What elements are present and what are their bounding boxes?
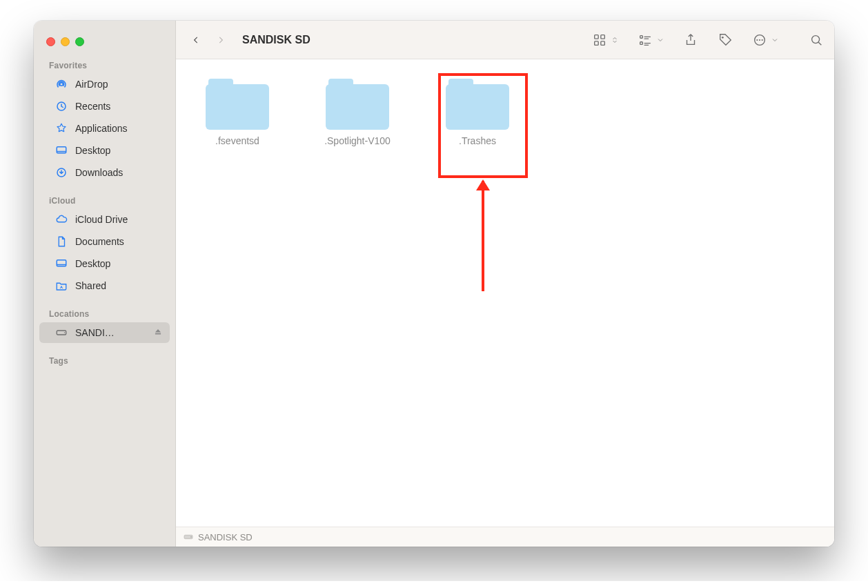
search-icon [809, 32, 824, 48]
svg-point-19 [762, 39, 763, 40]
svg-point-22 [190, 536, 191, 537]
folder-item-spotlight[interactable]: .Spotlight-V100 [313, 79, 402, 146]
sidebar-section-favorites-label: Favorites [34, 48, 175, 73]
search-button[interactable] [808, 32, 825, 48]
icon-view-switch-icon [591, 32, 608, 48]
svg-rect-12 [601, 41, 605, 45]
svg-point-7 [64, 332, 66, 333]
annotation-arrow [482, 181, 484, 291]
maximize-button[interactable] [75, 37, 84, 46]
path-bar-label: SANDISK SD [198, 532, 253, 542]
svg-point-20 [812, 35, 820, 43]
group-by-icon [637, 32, 653, 48]
sidebar-item-label: Desktop [75, 145, 163, 156]
sidebar-item-label: Recents [75, 101, 163, 112]
svg-point-17 [756, 39, 758, 40]
path-bar[interactable]: SANDISK SD [176, 527, 834, 547]
sidebar-item-label: Shared [75, 280, 163, 291]
svg-rect-10 [601, 35, 605, 39]
sidebar-item-downloads[interactable]: Downloads [39, 162, 170, 183]
shared-folder-icon [55, 280, 68, 292]
desktop-icon [55, 144, 68, 157]
chevron-right-icon [216, 34, 226, 46]
share-button[interactable] [682, 32, 699, 48]
sidebar-item-label: AirDrop [75, 79, 163, 90]
applications-icon [55, 122, 68, 135]
sidebar-item-label: Downloads [75, 167, 163, 178]
chevron-down-icon [771, 32, 779, 48]
svg-point-18 [759, 39, 760, 40]
more-actions-icon [751, 32, 768, 48]
desktop-icon [55, 257, 68, 270]
drive-icon [55, 326, 68, 339]
sidebar: Favorites AirDrop Recents Applications D… [34, 21, 176, 547]
tag-button[interactable] [717, 32, 733, 48]
svg-rect-11 [595, 41, 599, 45]
folder-item-fseventsd[interactable]: .fseventsd [193, 79, 282, 146]
folder-icon [206, 79, 269, 130]
folder-icon [326, 79, 389, 130]
folder-label: .fseventsd [215, 135, 259, 146]
sidebar-item-airdrop[interactable]: AirDrop [39, 74, 170, 95]
window-controls [34, 35, 175, 48]
close-button[interactable] [46, 37, 55, 46]
drive-icon [183, 531, 194, 542]
sidebar-item-label: Desktop [75, 258, 163, 269]
sidebar-item-desktop-icloud[interactable]: Desktop [39, 253, 170, 274]
minimize-button[interactable] [61, 37, 70, 46]
svg-rect-8 [155, 333, 161, 334]
airdrop-icon [55, 78, 68, 90]
sidebar-section-icloud-label: iCloud [34, 184, 175, 208]
sidebar-section-tags-label: Tags [34, 344, 175, 369]
svg-point-15 [722, 36, 724, 38]
sidebar-item-desktop[interactable]: Desktop [39, 140, 170, 161]
sidebar-item-label: iCloud Drive [75, 214, 163, 225]
svg-rect-4 [57, 260, 66, 266]
view-mode-switch[interactable] [591, 32, 619, 48]
chevron-left-icon [191, 34, 201, 46]
sidebar-item-documents[interactable]: Documents [39, 231, 170, 252]
document-icon [55, 235, 68, 248]
main-pane: SANDISK SD [176, 21, 834, 547]
sidebar-item-icloud-drive[interactable]: iCloud Drive [39, 209, 170, 230]
window-title: SANDISK SD [242, 34, 310, 46]
svg-rect-13 [640, 35, 643, 38]
sidebar-item-shared[interactable]: Shared [39, 275, 170, 296]
annotation-highlight-box [438, 73, 528, 178]
sidebar-item-label: Documents [75, 236, 163, 247]
sidebar-section-locations-label: Locations [34, 297, 175, 322]
svg-rect-14 [640, 41, 643, 44]
more-actions-dropdown[interactable] [751, 32, 779, 48]
eject-icon[interactable] [153, 327, 163, 339]
updown-chevron-icon [611, 32, 619, 48]
svg-point-0 [60, 83, 63, 86]
svg-rect-9 [595, 35, 599, 39]
toolbar: SANDISK SD [176, 21, 834, 59]
sidebar-item-recents[interactable]: Recents [39, 96, 170, 117]
forward-button[interactable] [210, 30, 231, 50]
sidebar-item-label: Applications [75, 123, 163, 134]
content-area[interactable]: .fseventsd .Spotlight-V100 .Trashes [176, 59, 834, 527]
back-button[interactable] [186, 30, 206, 50]
chevron-down-icon [656, 32, 664, 48]
cloud-icon [55, 213, 68, 226]
clock-icon [55, 100, 68, 112]
group-by-dropdown[interactable] [637, 32, 664, 48]
toolbar-right [591, 32, 825, 48]
tag-icon [718, 32, 733, 48]
finder-window: Favorites AirDrop Recents Applications D… [34, 21, 834, 547]
sidebar-item-applications[interactable]: Applications [39, 118, 170, 139]
sidebar-item-sandisk[interactable]: SANDI… [39, 322, 170, 343]
sidebar-item-label: SANDI… [75, 327, 146, 338]
folder-label: .Spotlight-V100 [324, 135, 391, 146]
share-icon [683, 32, 698, 48]
svg-rect-2 [57, 147, 66, 153]
downloads-icon [55, 166, 68, 179]
